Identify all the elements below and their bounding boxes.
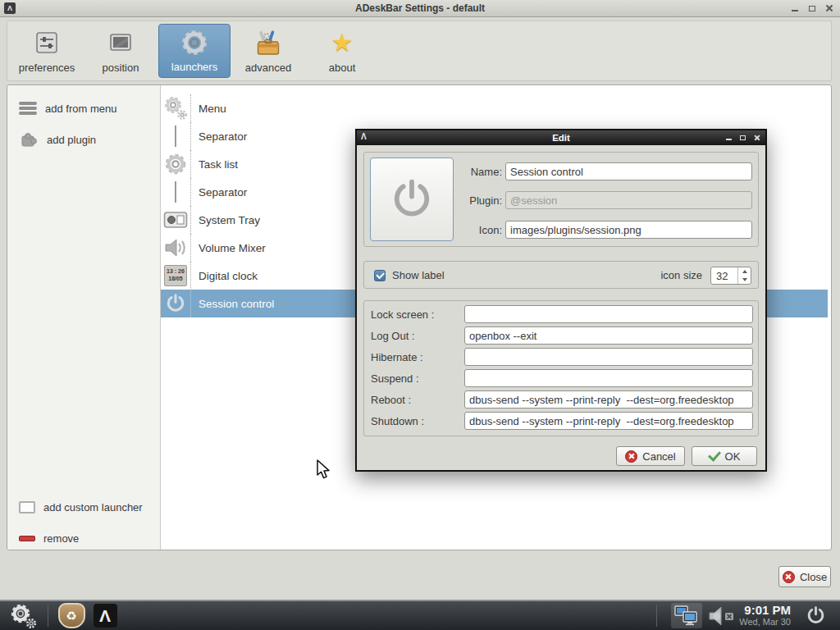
launchers-gear-icon xyxy=(180,25,209,61)
taskbar-launcher-recycle[interactable]: ♻ xyxy=(55,601,88,630)
toolbar: preferences position launchers xyxy=(7,21,832,81)
toolbar-button-label: about xyxy=(329,62,356,74)
ok-button[interactable]: OK xyxy=(692,446,757,466)
toolbar-button-preferences[interactable]: preferences xyxy=(11,24,83,78)
spin-down-icon[interactable] xyxy=(738,276,751,284)
gears-icon xyxy=(8,603,39,629)
log-out-field[interactable] xyxy=(464,326,753,345)
ok-button-label: OK xyxy=(725,450,741,463)
close-button[interactable]: Close xyxy=(778,566,831,587)
taskbar-power-button[interactable] xyxy=(801,601,830,630)
icon-size-value[interactable]: 32 xyxy=(716,270,728,282)
plugin-label: Plugin: xyxy=(456,194,502,207)
dialog-close-icon[interactable] xyxy=(754,135,760,141)
hibernate-label: Hibernate : xyxy=(371,351,464,363)
toolbar-button-advanced[interactable]: advanced xyxy=(232,24,304,78)
speaker-muted-icon xyxy=(707,605,737,627)
name-field[interactable] xyxy=(505,162,752,180)
dialog-minimize-icon[interactable] xyxy=(726,135,733,141)
taskbar-volume-tray[interactable] xyxy=(705,601,738,630)
gear-icon xyxy=(161,150,190,178)
adeskbar-logo-icon: Λ xyxy=(94,604,117,628)
toolbar-button-launchers[interactable]: launchers xyxy=(158,24,231,78)
cancel-button-label: Cancel xyxy=(642,450,675,463)
toolbar-button-label: advanced xyxy=(245,62,291,74)
close-x-icon xyxy=(783,571,795,583)
sidebar-item-label: add custom launcher xyxy=(43,501,143,514)
sidebar-item-label: add plugin xyxy=(47,134,96,146)
sidebar-item-label: add from menu xyxy=(45,103,116,115)
separator-icon xyxy=(161,178,190,206)
sidebar-item-label: remove xyxy=(43,532,79,545)
show-label-checkbox[interactable] xyxy=(374,270,386,281)
suspend-field[interactable] xyxy=(464,369,753,387)
ok-check-icon xyxy=(708,448,721,461)
plugin-icon-button[interactable] xyxy=(370,158,454,241)
close-icon[interactable] xyxy=(825,4,833,12)
dialog-title: Edit xyxy=(552,133,570,143)
power-icon xyxy=(161,290,190,317)
dialog-titlebar: Λ Edit xyxy=(357,130,765,145)
hibernate-field[interactable] xyxy=(464,348,753,366)
dialog-maximize-icon[interactable] xyxy=(740,135,746,141)
preferences-icon xyxy=(33,24,61,62)
toolbar-button-label: position xyxy=(103,62,139,74)
cancel-x-icon xyxy=(625,450,637,463)
list-item-menu[interactable]: Menu xyxy=(161,94,828,122)
log-out-label: Log Out : xyxy=(371,330,464,342)
icon-size-spinner[interactable]: 32 xyxy=(710,267,751,285)
window-title: ADeskBar Settings - default xyxy=(355,2,485,14)
taskbar: ♻ Λ 9:01 PM Wed, M xyxy=(0,600,840,630)
star-icon: ★ xyxy=(331,30,354,55)
network-icon xyxy=(673,605,700,628)
gears-icon xyxy=(161,94,190,122)
suspend-label: Suspend : xyxy=(371,372,464,385)
reboot-label: Reboot : xyxy=(371,394,464,406)
toolbar-button-about[interactable]: ★ about xyxy=(306,24,378,78)
power-icon xyxy=(387,175,436,224)
app-icon: Λ xyxy=(4,2,16,14)
icon-field[interactable] xyxy=(505,221,752,239)
show-label-text: Show label xyxy=(392,269,445,281)
advanced-toolbox-icon xyxy=(254,24,282,62)
close-button-label: Close xyxy=(800,571,827,583)
list-item-label: Menu xyxy=(190,94,828,122)
remove-icon xyxy=(19,536,35,541)
tray-icon xyxy=(161,206,190,234)
clock-time: 9:01 PM xyxy=(739,603,791,617)
window-titlebar: Λ ADeskBar Settings - default xyxy=(0,0,840,17)
sidebar-item-add-custom-launcher[interactable]: add custom launcher xyxy=(19,497,143,517)
speaker-icon xyxy=(161,234,190,262)
name-label: Name: xyxy=(456,166,502,178)
dialog-app-icon: Λ xyxy=(361,133,367,141)
launcher-box-icon xyxy=(19,501,35,514)
taskbar-separator xyxy=(48,605,48,627)
taskbar-network-tray[interactable] xyxy=(671,603,702,628)
sidebar-item-add-from-menu[interactable]: add from menu xyxy=(19,98,116,118)
lock-screen-label: Lock screen : xyxy=(371,308,464,321)
reboot-field[interactable] xyxy=(464,390,753,409)
shutdown-label: Shutdown : xyxy=(371,415,464,427)
minimize-icon[interactable] xyxy=(791,4,799,12)
toolbar-button-position[interactable]: position xyxy=(84,24,157,78)
position-icon xyxy=(107,24,134,62)
lock-screen-field[interactable] xyxy=(464,305,753,323)
cancel-button[interactable]: Cancel xyxy=(616,446,685,466)
edit-dialog: Λ Edit Name: xyxy=(355,129,767,472)
identity-frame: Name: Plugin: Icon: xyxy=(363,152,759,247)
clock-date: Wed, Mar 30 xyxy=(739,617,791,628)
taskbar-menu-button[interactable] xyxy=(7,601,41,630)
icon-size-label: icon size xyxy=(660,269,702,281)
options-frame: Show label icon size 32 xyxy=(363,261,759,289)
plugin-field xyxy=(505,191,752,209)
taskbar-launcher-adeskbar[interactable]: Λ xyxy=(90,601,120,630)
commands-frame: Lock screen : Log Out : Hibernate : Susp… xyxy=(363,300,759,436)
shutdown-field[interactable] xyxy=(464,412,753,430)
spin-up-icon[interactable] xyxy=(738,267,751,276)
sidebar-item-remove[interactable]: remove xyxy=(19,528,79,548)
sidebar-item-add-plugin[interactable]: add plugin xyxy=(19,130,96,149)
sidebar: add from menu add plugin add custom laun… xyxy=(7,85,161,550)
separator-icon xyxy=(161,122,190,150)
maximize-icon[interactable] xyxy=(808,4,816,12)
taskbar-clock[interactable]: 9:01 PM Wed, Mar 30 xyxy=(739,603,791,628)
